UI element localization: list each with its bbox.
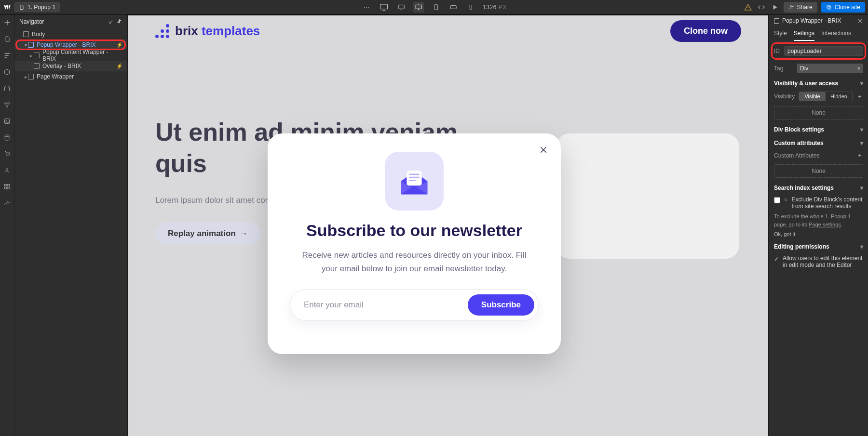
more-icon[interactable]: ⋯ [361, 2, 372, 13]
chevron-down-icon: ▾ [860, 140, 863, 146]
visibility-none-box[interactable]: None [774, 106, 863, 119]
navigator-title: Navigator [19, 18, 44, 25]
tree-row-popup-content-wrapper[interactable]: ▸ Popup Content Wrapper - BRIX [14, 50, 127, 61]
variables-icon[interactable] [2, 83, 13, 93]
site-brand[interactable]: brix templates [155, 24, 260, 39]
email-input[interactable] [304, 300, 468, 310]
add-visibility-condition-icon[interactable]: ＋ [856, 92, 863, 101]
subscribe-form: Subscribe [290, 289, 539, 321]
settings-tabs: Style Settings Interactions [769, 27, 868, 41]
clone-site-button[interactable]: Clone site [821, 2, 865, 13]
section-divblock[interactable]: Div Block settings ▾ [769, 122, 868, 136]
base-breakpoint-icon[interactable] [413, 2, 424, 13]
svg-point-13 [6, 120, 7, 121]
tree-row-page-wrapper[interactable]: ▸ Page Wrapper [14, 71, 127, 82]
section-search-index[interactable]: Search index settings ▾ [769, 181, 868, 194]
svg-point-14 [5, 134, 9, 136]
page-selector[interactable]: 1. Popup 1 [14, 2, 60, 12]
design-canvas[interactable]: brix templates Clone now Ut enim ad mini… [127, 14, 769, 436]
interaction-bolt-icon: ⚡ [116, 63, 123, 69]
element-settings-gear-icon[interactable] [857, 18, 863, 24]
assets-icon[interactable] [2, 116, 13, 126]
desktop-large-icon[interactable] [379, 2, 389, 13]
svg-rect-21 [409, 173, 420, 175]
envelope-letter-icon [395, 162, 433, 200]
svg-rect-16 [5, 184, 7, 186]
section-editing-permissions[interactable]: Editing permissions ▾ [769, 239, 868, 253]
chevron-down-icon: ▾ [857, 65, 860, 72]
right-settings-panel: Popup Wrapper - BRIX Style Settings Inte… [769, 14, 868, 436]
tag-label: Tag [774, 65, 793, 72]
add-attribute-icon[interactable]: ＋ [856, 151, 863, 159]
chevron-down-icon: ▾ [860, 185, 863, 191]
apps-icon[interactable] [2, 181, 13, 192]
ok-got-it-link[interactable]: Ok, got it [769, 229, 868, 239]
replay-animation-button[interactable]: Replay animation → [155, 222, 260, 245]
brand-dots-icon [155, 24, 169, 38]
style-manager-icon[interactable] [2, 99, 13, 110]
subscribe-button[interactable]: Subscribe [468, 294, 534, 316]
desktop-icon[interactable] [396, 2, 407, 13]
visibility-segmented[interactable]: Visible Hidden [799, 92, 853, 101]
visibility-visible-option[interactable]: Visible [799, 92, 826, 101]
tab-style[interactable]: Style [774, 27, 787, 41]
hero-side-card [556, 133, 739, 259]
visibility-hidden-option[interactable]: Hidden [826, 92, 852, 101]
custom-code-icon[interactable] [757, 2, 766, 12]
tab-settings[interactable]: Settings [794, 27, 814, 41]
popup-close-button[interactable] [537, 143, 550, 157]
newsletter-popup[interactable]: Subscribe to our newsletter Receive new … [268, 133, 561, 354]
custom-attributes-none-box[interactable]: None [774, 164, 863, 178]
canvas-width-label[interactable]: 1326PX [483, 4, 507, 11]
navigator-icon[interactable] [2, 50, 13, 61]
svg-point-11 [6, 105, 8, 107]
tag-select[interactable]: Div ▾ [797, 64, 863, 73]
svg-rect-8 [828, 6, 831, 9]
tree-row-body[interactable]: Body [14, 29, 127, 40]
page-frame[interactable]: brix templates Clone now Ut enim ad mini… [128, 15, 768, 436]
ecommerce-icon[interactable] [2, 148, 13, 159]
issues-warning-icon[interactable] [743, 2, 753, 12]
exclude-checkbox[interactable] [774, 197, 780, 203]
webflow-logo-icon[interactable] [3, 3, 12, 12]
tablet-icon[interactable] [431, 2, 441, 13]
mobile-portrait-icon[interactable] [465, 2, 476, 13]
site-header: brix templates Clone now [155, 20, 741, 42]
add-icon[interactable] [2, 17, 13, 28]
section-visibility[interactable]: Visibility & user access ▾ [769, 76, 868, 90]
pin-panel-icon[interactable] [116, 18, 122, 24]
visibility-label: Visibility [774, 93, 795, 100]
svg-rect-22 [409, 177, 420, 178]
mobile-landscape-icon[interactable] [448, 2, 459, 13]
users-icon[interactable] [2, 165, 13, 175]
cms-icon[interactable] [2, 132, 13, 143]
audit-icon[interactable] [2, 198, 13, 208]
collapse-panel-icon[interactable]: ↙ [108, 18, 113, 25]
navigator-tree: Body ▾ Popup Wrapper - BRIX ⚡ ▸ Popup Co… [14, 29, 127, 82]
components-icon[interactable] [2, 66, 13, 77]
left-tool-rail [0, 14, 14, 436]
id-input[interactable] [784, 46, 863, 56]
custom-attributes-row: Custom Attributes ＋ [769, 149, 868, 161]
tab-interactions[interactable]: Interactions [821, 27, 851, 41]
search-hint-text: To exclude the whole 1. Popup 1 page, go… [769, 211, 868, 229]
svg-rect-12 [5, 119, 10, 123]
page-name: 1. Popup 1 [27, 4, 55, 11]
section-custom-attributes[interactable]: Custom attributes ▾ [769, 136, 868, 149]
popup-subtext[interactable]: Receive new articles and resources direc… [298, 249, 530, 276]
svg-rect-1 [398, 5, 404, 9]
pages-icon[interactable] [2, 34, 13, 44]
mail-badge [385, 152, 444, 211]
chevron-down-icon: ▾ [860, 80, 863, 87]
page-settings-link[interactable]: Page settings [809, 222, 841, 227]
svg-rect-0 [380, 4, 388, 9]
custom-attributes-label: Custom Attributes [774, 152, 820, 159]
share-button[interactable]: Share [784, 2, 817, 13]
svg-rect-19 [8, 187, 10, 189]
svg-rect-2 [416, 5, 421, 9]
tree-row-overlay[interactable]: Overlay - BRIX ⚡ [14, 61, 127, 71]
clone-now-button[interactable]: Clone now [670, 20, 741, 42]
navigator-header: Navigator ↙ [14, 14, 127, 29]
popup-heading[interactable]: Subscribe to our newsletter [306, 221, 522, 240]
preview-icon[interactable] [770, 2, 780, 12]
